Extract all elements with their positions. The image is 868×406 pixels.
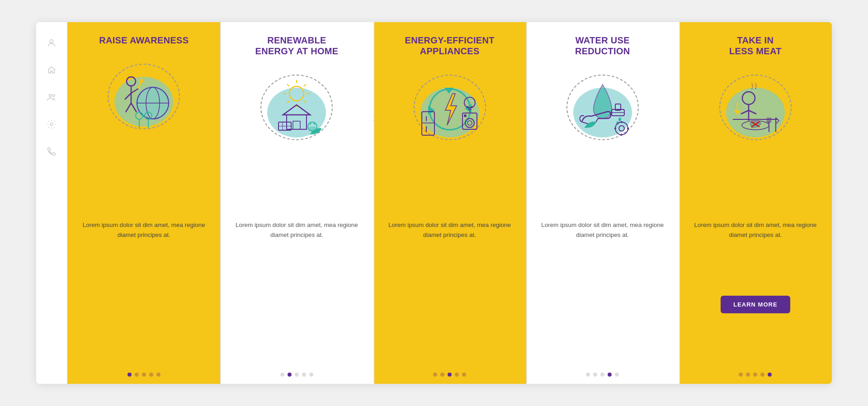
dot-3-2[interactable] [440, 373, 444, 377]
card-renewable-energy: RENEWABLEENERGY AT HOME [220, 22, 373, 384]
dot-2-5[interactable] [309, 373, 313, 377]
dot-4-4[interactable] [608, 373, 612, 377]
phone-icon[interactable] [44, 144, 59, 159]
svg-point-50 [464, 114, 467, 117]
card-2-illustration [256, 62, 337, 141]
card-2-upper: RENEWABLEENERGY AT HOME [220, 22, 373, 212]
dot-2-3[interactable] [295, 373, 299, 377]
svg-line-12 [126, 103, 131, 112]
dot-2-1[interactable] [280, 373, 284, 377]
card-2-dots [280, 373, 313, 377]
card-4-upper: WATER USEREDUCTION [526, 22, 679, 212]
dot-1-4[interactable] [149, 373, 153, 377]
svg-point-0 [50, 40, 53, 43]
card-1-desc: Lorem ipsum dolor sit dim amet, mea regi… [76, 220, 211, 241]
settings-icon[interactable] [44, 117, 59, 132]
card-3-desc: Lorem ipsum dolor sit dim amet, mea regi… [382, 220, 517, 241]
card-2-lower: Lorem ipsum dolor sit dim amet, mea regi… [220, 212, 373, 384]
awareness-icon [112, 67, 175, 130]
svg-point-65 [742, 92, 755, 104]
card-1-lower: Lorem ipsum dolor sit dim amet, mea regi… [67, 212, 220, 384]
card-5-dots [739, 373, 772, 377]
dot-1-3[interactable] [142, 373, 146, 377]
svg-rect-31 [293, 121, 300, 129]
svg-point-8 [127, 77, 136, 86]
card-5-illustration [715, 62, 796, 141]
svg-point-60 [619, 126, 624, 131]
user-icon[interactable] [44, 36, 59, 50]
dot-5-3[interactable] [753, 373, 757, 377]
svg-point-2 [52, 94, 55, 97]
dot-2-4[interactable] [302, 373, 306, 377]
svg-line-67 [741, 110, 749, 114]
card-water-reduction: WATER USEREDUCTION [526, 22, 679, 384]
home-icon[interactable] [44, 63, 59, 77]
svg-point-59 [615, 122, 628, 135]
chevron-4: » [678, 113, 679, 123]
dot-5-2[interactable] [746, 373, 750, 377]
dot-2-2[interactable] [288, 373, 292, 377]
card-2-title: RENEWABLEENERGY AT HOME [255, 35, 339, 57]
chevron-2: » [373, 113, 373, 123]
chevron-1: » [220, 113, 220, 123]
card-3-title: ENERGY-EFFICIENTAPPLIANCES [405, 35, 495, 57]
card-3-lower: Lorem ipsum dolor sit dim amet, mea regi… [373, 212, 526, 384]
meat-icon [724, 78, 787, 141]
water-icon [571, 78, 634, 141]
dot-3-3[interactable] [448, 373, 452, 377]
dot-5-1[interactable] [739, 373, 743, 377]
svg-marker-41 [444, 88, 453, 94]
svg-point-48 [465, 118, 474, 127]
svg-line-26 [304, 101, 306, 103]
card-5-desc: Lorem ipsum dolor sit dim amet, mea regi… [688, 220, 823, 241]
dot-4-5[interactable] [615, 373, 619, 377]
svg-point-57 [618, 118, 621, 121]
dot-5-4[interactable] [760, 373, 764, 377]
chevron-3: » [525, 113, 526, 123]
card-4-title: WATER USEREDUCTION [575, 35, 630, 57]
svg-line-25 [287, 84, 289, 86]
card-1-title: RAISE AWARENESS [99, 35, 189, 46]
dot-4-3[interactable] [600, 373, 604, 377]
cards-container: RAISE AWARENESS [67, 22, 832, 384]
appliances-icon [418, 78, 481, 141]
card-energy-appliances: ENERGY-EFFICIENTAPPLIANCES [373, 22, 526, 384]
people-icon[interactable] [44, 90, 59, 104]
card-raise-awareness: RAISE AWARENESS [67, 22, 220, 384]
card-4-illustration [562, 62, 643, 141]
card-2-desc: Lorem ipsum dolor sit dim amet, mea regi… [229, 220, 364, 241]
learn-more-button[interactable]: LEARN MORE [721, 296, 790, 313]
card-1-upper: RAISE AWARENESS [67, 22, 220, 212]
dot-4-2[interactable] [593, 373, 597, 377]
sidebar [36, 22, 67, 384]
card-5-lower: Lorem ipsum dolor sit dim amet, mea regi… [679, 212, 832, 384]
svg-line-68 [749, 110, 756, 114]
card-4-desc: Lorem ipsum dolor sit dim amet, mea regi… [535, 220, 670, 241]
svg-line-28 [287, 101, 289, 103]
svg-rect-43 [422, 112, 434, 135]
dot-1-2[interactable] [135, 373, 139, 377]
solar-icon [265, 78, 328, 141]
svg-point-20 [289, 86, 304, 101]
svg-point-1 [49, 94, 52, 97]
dot-4-1[interactable] [586, 373, 590, 377]
svg-marker-42 [445, 94, 457, 125]
card-3-dots [433, 373, 466, 377]
dot-5-5[interactable] [768, 373, 772, 377]
dot-3-5[interactable] [462, 373, 466, 377]
card-5-title: TAKE INLESS MEAT [729, 35, 782, 57]
dot-3-1[interactable] [433, 373, 437, 377]
card-less-meat: TAKE INLESS MEAT [679, 22, 832, 384]
card-1-dots [127, 373, 160, 377]
dot-1-5[interactable] [156, 373, 160, 377]
svg-marker-15 [139, 77, 144, 82]
dot-1-1[interactable] [127, 373, 132, 377]
card-3-illustration [409, 62, 491, 141]
dot-3-4[interactable] [455, 373, 459, 377]
svg-point-3 [50, 123, 53, 126]
card-5-upper: TAKE INLESS MEAT [679, 22, 832, 212]
main-container: RAISE AWARENESS [36, 22, 832, 384]
svg-point-49 [467, 121, 472, 125]
svg-line-11 [131, 89, 138, 93]
svg-line-27 [304, 84, 306, 86]
